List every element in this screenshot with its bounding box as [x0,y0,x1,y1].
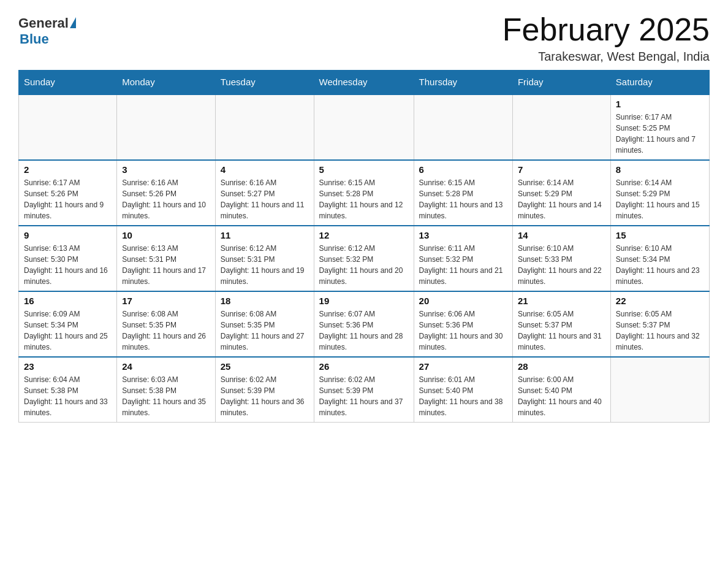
calendar-day-cell [215,94,314,161]
calendar-day-cell: 9Sunrise: 6:13 AMSunset: 5:30 PMDaylight… [19,226,117,291]
day-of-week-header: Friday [512,71,610,94]
calendar-day-cell: 26Sunrise: 6:02 AMSunset: 5:39 PMDayligh… [314,357,414,423]
day-of-week-header: Thursday [414,71,512,94]
day-number: 23 [24,361,112,372]
day-info: Sunrise: 6:06 AMSunset: 5:36 PMDaylight:… [419,308,507,353]
calendar-day-cell [314,94,414,161]
day-of-week-header: Monday [117,71,216,94]
day-number: 24 [122,361,210,372]
day-number: 14 [518,230,605,240]
calendar-week-row: 16Sunrise: 6:09 AMSunset: 5:34 PMDayligh… [19,291,710,357]
calendar-week-row: 2Sunrise: 6:17 AMSunset: 5:26 PMDaylight… [19,160,710,226]
day-info: Sunrise: 6:04 AMSunset: 5:38 PMDaylight:… [24,374,112,418]
calendar-week-row: 9Sunrise: 6:13 AMSunset: 5:30 PMDaylight… [19,226,710,291]
calendar-day-cell: 2Sunrise: 6:17 AMSunset: 5:26 PMDaylight… [19,160,117,226]
day-info: Sunrise: 6:17 AMSunset: 5:25 PMDaylight:… [616,112,704,156]
day-info: Sunrise: 6:05 AMSunset: 5:37 PMDaylight:… [616,308,704,353]
calendar-day-cell: 18Sunrise: 6:08 AMSunset: 5:35 PMDayligh… [215,291,314,357]
logo-general-text: General [18,15,69,31]
day-info: Sunrise: 6:12 AMSunset: 5:32 PMDaylight:… [319,243,409,287]
calendar-day-cell: 3Sunrise: 6:16 AMSunset: 5:26 PMDaylight… [117,160,216,226]
calendar-day-cell: 17Sunrise: 6:08 AMSunset: 5:35 PMDayligh… [117,291,216,357]
day-number: 16 [24,296,112,306]
calendar-day-cell: 8Sunrise: 6:14 AMSunset: 5:29 PMDaylight… [610,160,709,226]
calendar-day-cell: 5Sunrise: 6:15 AMSunset: 5:28 PMDaylight… [314,160,414,226]
day-info: Sunrise: 6:12 AMSunset: 5:31 PMDaylight:… [221,243,309,287]
day-of-week-header: Wednesday [314,71,414,94]
day-number: 27 [419,361,507,372]
day-number: 9 [24,230,112,240]
day-info: Sunrise: 6:17 AMSunset: 5:26 PMDaylight:… [24,177,112,221]
logo: General Blue [18,12,76,47]
day-info: Sunrise: 6:15 AMSunset: 5:28 PMDaylight:… [319,177,409,221]
day-number: 11 [221,230,309,240]
calendar-day-cell: 4Sunrise: 6:16 AMSunset: 5:27 PMDaylight… [215,160,314,226]
calendar-day-cell: 19Sunrise: 6:07 AMSunset: 5:36 PMDayligh… [314,291,414,357]
calendar-day-cell: 25Sunrise: 6:02 AMSunset: 5:39 PMDayligh… [215,357,314,423]
calendar-day-cell: 1Sunrise: 6:17 AMSunset: 5:25 PMDaylight… [610,94,709,161]
calendar-week-row: 1Sunrise: 6:17 AMSunset: 5:25 PMDaylight… [19,94,710,161]
day-number: 25 [221,361,309,372]
day-number: 28 [518,361,605,372]
calendar-day-cell: 10Sunrise: 6:13 AMSunset: 5:31 PMDayligh… [117,226,216,291]
calendar-day-cell: 11Sunrise: 6:12 AMSunset: 5:31 PMDayligh… [215,226,314,291]
calendar-day-cell: 12Sunrise: 6:12 AMSunset: 5:32 PMDayligh… [314,226,414,291]
page-title: February 2025 [502,12,710,47]
day-number: 17 [122,296,210,306]
day-info: Sunrise: 6:05 AMSunset: 5:37 PMDaylight:… [518,308,605,353]
calendar-day-cell [610,357,709,423]
calendar-day-cell: 21Sunrise: 6:05 AMSunset: 5:37 PMDayligh… [512,291,610,357]
calendar-table: SundayMondayTuesdayWednesdayThursdayFrid… [18,70,710,423]
day-number: 10 [122,230,210,240]
day-number: 1 [616,99,704,109]
day-info: Sunrise: 6:15 AMSunset: 5:28 PMDaylight:… [419,177,507,221]
day-info: Sunrise: 6:10 AMSunset: 5:33 PMDaylight:… [518,243,605,287]
calendar-week-row: 23Sunrise: 6:04 AMSunset: 5:38 PMDayligh… [19,357,710,423]
title-block: February 2025 Tarakeswar, West Bengal, I… [502,12,710,64]
subtitle: Tarakeswar, West Bengal, India [502,50,710,64]
logo-blue-text: Blue [20,31,49,47]
day-number: 13 [419,230,507,240]
calendar-day-cell [414,94,512,161]
day-number: 15 [616,230,704,240]
calendar-day-cell: 20Sunrise: 6:06 AMSunset: 5:36 PMDayligh… [414,291,512,357]
day-info: Sunrise: 6:11 AMSunset: 5:32 PMDaylight:… [419,243,507,287]
day-number: 3 [122,164,210,175]
calendar-day-cell: 27Sunrise: 6:01 AMSunset: 5:40 PMDayligh… [414,357,512,423]
day-info: Sunrise: 6:02 AMSunset: 5:39 PMDaylight:… [319,374,409,418]
calendar-day-cell [512,94,610,161]
day-info: Sunrise: 6:16 AMSunset: 5:26 PMDaylight:… [122,177,210,221]
day-info: Sunrise: 6:14 AMSunset: 5:29 PMDaylight:… [616,177,704,221]
calendar-day-cell [117,94,216,161]
day-info: Sunrise: 6:10 AMSunset: 5:34 PMDaylight:… [616,243,704,287]
day-info: Sunrise: 6:16 AMSunset: 5:27 PMDaylight:… [221,177,309,221]
day-info: Sunrise: 6:02 AMSunset: 5:39 PMDaylight:… [221,374,309,418]
day-of-week-header: Sunday [19,71,117,94]
day-number: 6 [419,164,507,175]
day-number: 4 [221,164,309,175]
day-number: 21 [518,296,605,306]
day-number: 8 [616,164,704,175]
day-number: 26 [319,361,409,372]
day-number: 20 [419,296,507,306]
day-info: Sunrise: 6:13 AMSunset: 5:31 PMDaylight:… [122,243,210,287]
calendar-day-cell: 24Sunrise: 6:03 AMSunset: 5:38 PMDayligh… [117,357,216,423]
calendar-day-cell: 23Sunrise: 6:04 AMSunset: 5:38 PMDayligh… [19,357,117,423]
day-info: Sunrise: 6:09 AMSunset: 5:34 PMDaylight:… [24,308,112,353]
day-number: 22 [616,296,704,306]
calendar-day-cell: 6Sunrise: 6:15 AMSunset: 5:28 PMDaylight… [414,160,512,226]
day-info: Sunrise: 6:08 AMSunset: 5:35 PMDaylight:… [122,308,210,353]
day-info: Sunrise: 6:03 AMSunset: 5:38 PMDaylight:… [122,374,210,418]
day-number: 12 [319,230,409,240]
day-info: Sunrise: 6:08 AMSunset: 5:35 PMDaylight:… [221,308,309,353]
day-number: 5 [319,164,409,175]
logo-triangle-icon [70,17,76,28]
day-number: 18 [221,296,309,306]
day-info: Sunrise: 6:07 AMSunset: 5:36 PMDaylight:… [319,308,409,353]
day-info: Sunrise: 6:14 AMSunset: 5:29 PMDaylight:… [518,177,605,221]
day-info: Sunrise: 6:01 AMSunset: 5:40 PMDaylight:… [419,374,507,418]
calendar-day-cell: 13Sunrise: 6:11 AMSunset: 5:32 PMDayligh… [414,226,512,291]
calendar-day-cell [19,94,117,161]
day-number: 19 [319,296,409,306]
page-header: General Blue February 2025 Tarakeswar, W… [18,12,710,64]
